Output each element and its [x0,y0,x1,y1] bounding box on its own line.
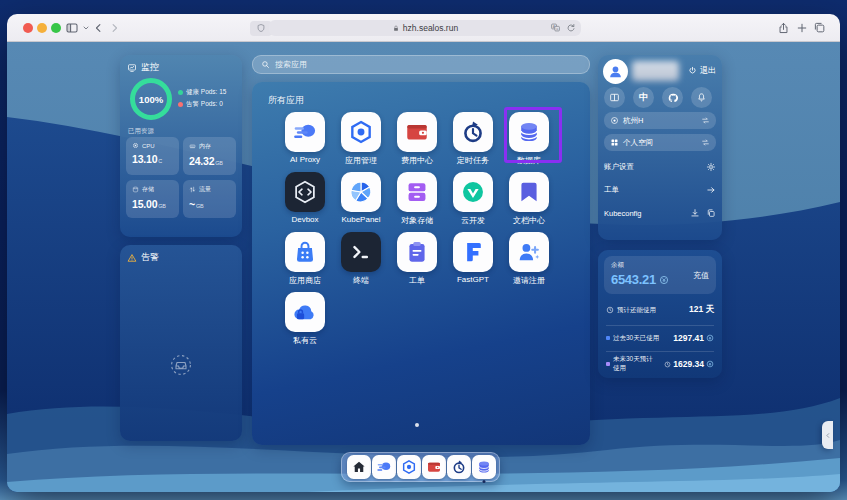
app-app-launchpad[interactable]: 应用管理 [333,112,389,172]
devbox-app-icon [285,172,325,212]
sidebar-toggle-icon[interactable] [65,21,79,35]
share-icon[interactable] [777,21,790,35]
app-cost-center[interactable]: 费用中心 [389,112,445,172]
monitor-panel: 监控 100% 健康 Pods: 15 告警 Pods: 0 已用资源 CPU … [120,55,242,237]
traffic-usage-card: 流量 ~GB [183,180,236,218]
new-tab-icon[interactable] [796,22,808,34]
app-ai-proxy[interactable]: AI Proxy [277,112,333,172]
app-doc-center[interactable]: 文档中心 [501,172,557,232]
dock-home[interactable] [347,455,371,479]
clock-icon [606,306,614,314]
app-devbox[interactable]: Devbox [277,172,333,232]
next-30d-row: 未来30天预计使用 1629.34 [606,355,714,373]
app-search[interactable] [252,55,590,74]
ai-proxy-app-icon [285,112,325,152]
app-label: 云开发 [461,215,485,226]
workspace-label: 个人空间 [623,138,653,148]
browser-window: hzh.sealos.run Aa [7,14,840,492]
region-icon [610,116,619,125]
app-terminal[interactable]: 终端 [333,232,389,292]
coin-icon [659,275,669,285]
kubepanel-app-icon [341,172,381,212]
apps-section-title: 所有应用 [268,94,304,107]
app-database[interactable]: 数据库 [501,112,557,172]
alerts-panel: 告警 [120,245,242,441]
app-label: 工单 [409,275,425,286]
copy-icon[interactable] [706,208,716,218]
swap-icon [701,138,710,147]
warning-icon [127,253,137,263]
donut-value: 100% [139,94,163,105]
fastgpt-app-icon [453,232,493,272]
logout-button[interactable]: 退出 [688,65,716,76]
language-label: 中 [639,91,648,104]
minimize-window-button[interactable] [37,23,47,33]
coin-icon [706,360,714,368]
app-label: 文档中心 [513,215,545,226]
app-cronjob[interactable]: 定时任务 [445,112,501,172]
app-invite[interactable]: 邀请注册 [501,232,557,292]
app-kubepanel[interactable]: KubePanel [333,172,389,232]
tab-overview-icon[interactable] [813,21,826,34]
app-label: 定时任务 [457,155,489,166]
notifications-button[interactable] [691,87,712,108]
search-input[interactable] [275,60,581,69]
dock-cost-center[interactable] [422,455,446,479]
app-label: 终端 [353,275,369,286]
object-storage-app-icon [397,172,437,212]
dock-database[interactable] [472,455,496,479]
app-fastgpt[interactable]: FastGPT [445,232,501,292]
dock-app-launchpad[interactable] [397,455,421,479]
zoom-window-button[interactable] [51,23,61,33]
kubeconfig-row[interactable]: Kubeconfig [604,204,716,222]
purple-bullet [606,362,610,366]
workspace-switcher[interactable]: 个人空间 [604,134,716,151]
blue-bullet [606,336,610,340]
search-icon [261,60,270,69]
avatar[interactable] [603,59,628,84]
close-window-button[interactable] [23,23,33,33]
work-order-row[interactable]: 工单 [604,181,716,199]
power-icon [688,66,697,75]
app-label: 私有云 [293,335,317,346]
account-settings-row[interactable]: 账户设置 [604,158,716,176]
app-work-order[interactable]: 工单 [389,232,445,292]
language-button[interactable]: 中 [633,87,654,108]
cronjob-app-icon [453,112,493,152]
recharge-button[interactable]: 充值 [693,270,709,281]
sealos-desktop: 监控 100% 健康 Pods: 15 告警 Pods: 0 已用资源 CPU … [7,42,840,492]
doc-center-app-icon [509,172,549,212]
docs-button[interactable] [604,87,625,108]
storage-icon [132,186,139,193]
reload-icon[interactable] [566,23,576,33]
region-switcher[interactable]: 杭州H [604,112,716,129]
back-icon[interactable] [93,22,104,34]
alerts-title: 告警 [141,251,159,264]
translate-icon[interactable]: Aa [550,22,561,33]
traffic-icon [189,186,196,193]
bell-icon [696,92,707,103]
app-label: 对象存储 [401,215,433,226]
app-label: FastGPT [457,275,489,284]
address-bar[interactable]: hzh.sealos.run Aa [269,20,581,36]
app-object-storage[interactable]: 对象存储 [389,172,445,232]
github-icon [667,92,679,104]
legend-alert-pods: 告警 Pods: 0 [178,98,226,110]
download-icon[interactable] [690,208,700,218]
collapse-handle[interactable] [822,421,833,449]
dock-cronjob[interactable] [447,455,471,479]
github-button[interactable] [662,87,683,108]
terminal-app-icon [341,232,381,272]
cost-center-app-icon [397,112,437,152]
legend-healthy-pods: 健康 Pods: 15 [178,86,226,98]
app-app-store[interactable]: 应用商店 [277,232,333,292]
chevron-down-icon[interactable] [82,24,90,32]
app-private-cloud[interactable]: 私有云 [277,292,333,352]
forward-icon[interactable] [109,22,120,34]
empty-state-icon [169,353,193,381]
dock-ai-proxy[interactable] [372,455,396,479]
app-label: 应用商店 [289,275,321,286]
app-label: 邀请注册 [513,275,545,286]
app-cloud-dev[interactable]: 云开发 [445,172,501,232]
app-label: 费用中心 [401,155,433,166]
